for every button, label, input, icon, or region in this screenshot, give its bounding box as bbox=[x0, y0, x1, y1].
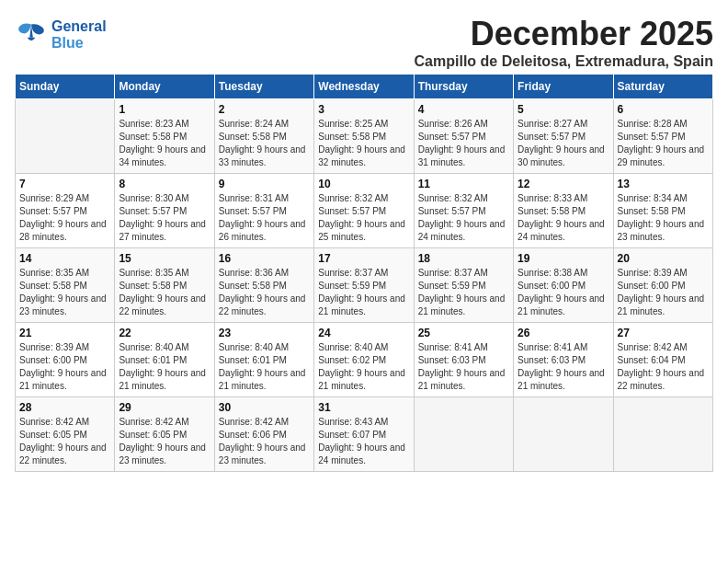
day-info: Sunrise: 8:33 AM Sunset: 5:58 PM Dayligh… bbox=[518, 192, 609, 244]
weekday-header-cell: Tuesday bbox=[214, 75, 313, 99]
calendar-day-cell: 27 Sunrise: 8:42 AM Sunset: 6:04 PM Dayl… bbox=[613, 323, 712, 397]
day-info: Sunrise: 8:40 AM Sunset: 6:01 PM Dayligh… bbox=[219, 341, 310, 393]
day-info: Sunrise: 8:36 AM Sunset: 5:58 PM Dayligh… bbox=[219, 267, 310, 318]
calendar-week-row: 7 Sunrise: 8:29 AM Sunset: 5:57 PM Dayli… bbox=[16, 174, 713, 248]
weekday-header-cell: Friday bbox=[514, 75, 613, 99]
day-number: 10 bbox=[318, 178, 409, 190]
calendar-header: SundayMondayTuesdayWednesdayThursdayFrid… bbox=[16, 75, 713, 99]
day-info: Sunrise: 8:30 AM Sunset: 5:57 PM Dayligh… bbox=[119, 192, 210, 244]
calendar-day-cell: 22 Sunrise: 8:40 AM Sunset: 6:01 PM Dayl… bbox=[115, 323, 214, 397]
day-number: 22 bbox=[119, 327, 210, 339]
day-number: 20 bbox=[618, 252, 709, 265]
day-info: Sunrise: 8:40 AM Sunset: 6:02 PM Dayligh… bbox=[318, 341, 409, 393]
calendar-day-cell: 8 Sunrise: 8:30 AM Sunset: 5:57 PM Dayli… bbox=[115, 174, 214, 248]
calendar-day-cell: 4 Sunrise: 8:26 AM Sunset: 5:57 PM Dayli… bbox=[414, 99, 513, 174]
day-info: Sunrise: 8:42 AM Sunset: 6:04 PM Dayligh… bbox=[618, 341, 709, 393]
calendar-day-cell: 11 Sunrise: 8:32 AM Sunset: 5:57 PM Dayl… bbox=[414, 174, 513, 248]
calendar-day-cell: 24 Sunrise: 8:40 AM Sunset: 6:02 PM Dayl… bbox=[314, 323, 414, 397]
weekday-header-row: SundayMondayTuesdayWednesdayThursdayFrid… bbox=[16, 75, 713, 99]
day-number: 18 bbox=[418, 252, 509, 265]
day-number: 7 bbox=[19, 178, 110, 190]
month-title: December 2025 bbox=[415, 15, 713, 53]
day-number: 27 bbox=[618, 327, 709, 339]
weekday-header-cell: Thursday bbox=[414, 75, 513, 99]
day-info: Sunrise: 8:39 AM Sunset: 6:00 PM Dayligh… bbox=[19, 341, 110, 393]
day-number: 4 bbox=[418, 103, 509, 116]
day-number: 14 bbox=[19, 252, 110, 265]
calendar-day-cell: 23 Sunrise: 8:40 AM Sunset: 6:01 PM Dayl… bbox=[214, 323, 313, 397]
calendar-day-cell: 6 Sunrise: 8:28 AM Sunset: 5:57 PM Dayli… bbox=[613, 99, 712, 174]
day-number: 31 bbox=[318, 401, 409, 414]
day-info: Sunrise: 8:23 AM Sunset: 5:58 PM Dayligh… bbox=[119, 118, 210, 169]
calendar-day-cell: 12 Sunrise: 8:33 AM Sunset: 5:58 PM Dayl… bbox=[514, 174, 613, 248]
calendar-day-cell: 31 Sunrise: 8:43 AM Sunset: 6:07 PM Dayl… bbox=[314, 397, 414, 472]
calendar-day-cell: 15 Sunrise: 8:35 AM Sunset: 5:58 PM Dayl… bbox=[115, 248, 214, 323]
calendar-day-cell: 26 Sunrise: 8:41 AM Sunset: 6:03 PM Dayl… bbox=[514, 323, 613, 397]
calendar-day-cell: 29 Sunrise: 8:42 AM Sunset: 6:05 PM Dayl… bbox=[115, 397, 214, 472]
calendar-day-cell: 20 Sunrise: 8:39 AM Sunset: 6:00 PM Dayl… bbox=[613, 248, 712, 323]
day-info: Sunrise: 8:28 AM Sunset: 5:57 PM Dayligh… bbox=[618, 118, 709, 169]
day-number: 19 bbox=[518, 252, 609, 265]
day-number: 13 bbox=[618, 178, 709, 190]
calendar-week-row: 14 Sunrise: 8:35 AM Sunset: 5:58 PM Dayl… bbox=[16, 248, 713, 323]
day-number: 1 bbox=[119, 103, 210, 116]
day-info: Sunrise: 8:35 AM Sunset: 5:58 PM Dayligh… bbox=[19, 267, 110, 318]
day-info: Sunrise: 8:25 AM Sunset: 5:58 PM Dayligh… bbox=[318, 118, 409, 169]
logo: General Blue bbox=[15, 18, 107, 52]
day-number: 25 bbox=[418, 327, 509, 339]
day-info: Sunrise: 8:34 AM Sunset: 5:58 PM Dayligh… bbox=[618, 192, 709, 244]
day-number: 5 bbox=[518, 103, 609, 116]
calendar-day-cell: 14 Sunrise: 8:35 AM Sunset: 5:58 PM Dayl… bbox=[16, 248, 115, 323]
day-number: 24 bbox=[318, 327, 409, 339]
day-number: 23 bbox=[219, 327, 310, 339]
calendar-day-cell: 10 Sunrise: 8:32 AM Sunset: 5:57 PM Dayl… bbox=[314, 174, 414, 248]
day-number: 9 bbox=[219, 178, 310, 190]
day-info: Sunrise: 8:42 AM Sunset: 6:05 PM Dayligh… bbox=[19, 416, 110, 467]
calendar-day-cell: 21 Sunrise: 8:39 AM Sunset: 6:00 PM Dayl… bbox=[16, 323, 115, 397]
day-number: 2 bbox=[219, 103, 310, 116]
weekday-header-cell: Monday bbox=[115, 75, 214, 99]
day-number: 28 bbox=[19, 401, 110, 414]
calendar-day-cell: 18 Sunrise: 8:37 AM Sunset: 5:59 PM Dayl… bbox=[414, 248, 513, 323]
day-info: Sunrise: 8:42 AM Sunset: 6:06 PM Dayligh… bbox=[219, 416, 310, 467]
day-number: 6 bbox=[618, 103, 709, 116]
day-number: 11 bbox=[418, 178, 509, 190]
location-title: Campillo de Deleitosa, Extremadura, Spai… bbox=[415, 53, 713, 70]
day-number: 29 bbox=[119, 401, 210, 414]
calendar-day-cell: 16 Sunrise: 8:36 AM Sunset: 5:58 PM Dayl… bbox=[214, 248, 313, 323]
calendar-day-cell bbox=[514, 397, 613, 472]
day-number: 3 bbox=[318, 103, 409, 116]
day-info: Sunrise: 8:38 AM Sunset: 6:00 PM Dayligh… bbox=[518, 267, 609, 318]
logo-text: General Blue bbox=[51, 18, 107, 52]
calendar-day-cell: 19 Sunrise: 8:38 AM Sunset: 6:00 PM Dayl… bbox=[514, 248, 613, 323]
calendar-week-row: 21 Sunrise: 8:39 AM Sunset: 6:00 PM Dayl… bbox=[16, 323, 713, 397]
day-info: Sunrise: 8:27 AM Sunset: 5:57 PM Dayligh… bbox=[518, 118, 609, 169]
weekday-header-cell: Sunday bbox=[16, 75, 115, 99]
day-info: Sunrise: 8:41 AM Sunset: 6:03 PM Dayligh… bbox=[518, 341, 609, 393]
calendar-body: 1 Sunrise: 8:23 AM Sunset: 5:58 PM Dayli… bbox=[16, 99, 713, 472]
calendar-day-cell bbox=[16, 99, 115, 174]
weekday-header-cell: Wednesday bbox=[314, 75, 414, 99]
calendar-day-cell: 7 Sunrise: 8:29 AM Sunset: 5:57 PM Dayli… bbox=[16, 174, 115, 248]
day-info: Sunrise: 8:37 AM Sunset: 5:59 PM Dayligh… bbox=[418, 267, 509, 318]
day-info: Sunrise: 8:40 AM Sunset: 6:01 PM Dayligh… bbox=[119, 341, 210, 393]
day-info: Sunrise: 8:31 AM Sunset: 5:57 PM Dayligh… bbox=[219, 192, 310, 244]
title-area: December 2025 Campillo de Deleitosa, Ext… bbox=[415, 15, 713, 70]
calendar-day-cell bbox=[414, 397, 513, 472]
calendar-day-cell: 17 Sunrise: 8:37 AM Sunset: 5:59 PM Dayl… bbox=[314, 248, 414, 323]
calendar-week-row: 28 Sunrise: 8:42 AM Sunset: 6:05 PM Dayl… bbox=[16, 397, 713, 472]
day-info: Sunrise: 8:29 AM Sunset: 5:57 PM Dayligh… bbox=[19, 192, 110, 244]
calendar-day-cell: 28 Sunrise: 8:42 AM Sunset: 6:05 PM Dayl… bbox=[16, 397, 115, 472]
weekday-header-cell: Saturday bbox=[613, 75, 712, 99]
day-info: Sunrise: 8:26 AM Sunset: 5:57 PM Dayligh… bbox=[418, 118, 509, 169]
calendar-week-row: 1 Sunrise: 8:23 AM Sunset: 5:58 PM Dayli… bbox=[16, 99, 713, 174]
calendar-day-cell: 5 Sunrise: 8:27 AM Sunset: 5:57 PM Dayli… bbox=[514, 99, 613, 174]
day-info: Sunrise: 8:37 AM Sunset: 5:59 PM Dayligh… bbox=[318, 267, 409, 318]
day-number: 12 bbox=[518, 178, 609, 190]
day-number: 30 bbox=[219, 401, 310, 414]
day-info: Sunrise: 8:43 AM Sunset: 6:07 PM Dayligh… bbox=[318, 416, 409, 467]
calendar-day-cell: 9 Sunrise: 8:31 AM Sunset: 5:57 PM Dayli… bbox=[214, 174, 313, 248]
calendar-day-cell: 3 Sunrise: 8:25 AM Sunset: 5:58 PM Dayli… bbox=[314, 99, 414, 174]
calendar-table: SundayMondayTuesdayWednesdayThursdayFrid… bbox=[15, 74, 713, 472]
calendar-day-cell: 13 Sunrise: 8:34 AM Sunset: 5:58 PM Dayl… bbox=[613, 174, 712, 248]
